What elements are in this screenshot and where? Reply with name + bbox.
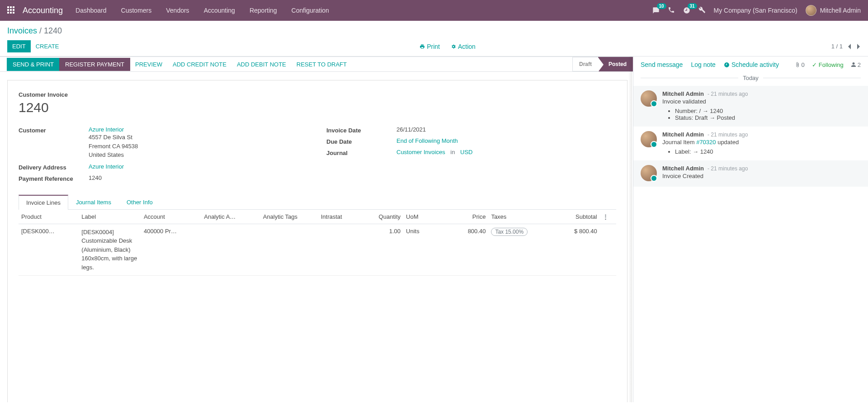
edit-button[interactable]: Edit — [7, 40, 31, 52]
message: Mitchell Admin- 21 minutes agoInvoice va… — [633, 86, 868, 127]
messages-badge: 10 — [657, 3, 666, 9]
breadcrumb-current: 1240 — [44, 26, 62, 35]
pager: 1 / 1 — [831, 43, 861, 50]
log-note-button[interactable]: Log note — [691, 61, 716, 68]
journal-link[interactable]: Customer Invoices — [396, 149, 445, 155]
activities-icon[interactable]: 31 — [683, 7, 690, 14]
status-bar: Send & Print Register Payment Preview Ad… — [0, 56, 633, 72]
preview-button[interactable]: Preview — [130, 58, 168, 71]
th-quantity[interactable]: Quantity — [358, 210, 403, 224]
breadcrumb: Invoices / 1240 — [7, 26, 861, 36]
th-analytic-acc[interactable]: Analytic A… — [201, 210, 260, 224]
tab-invoice-lines[interactable]: Invoice Lines — [19, 195, 68, 210]
avatar-icon — [641, 90, 657, 107]
message-bullet: Number: / → 1240 — [675, 108, 861, 114]
create-button[interactable]: Create — [31, 40, 64, 52]
nav-configuration[interactable]: Configuration — [292, 7, 329, 14]
message-text: Invoice validated — [662, 98, 861, 105]
th-account[interactable]: Account — [141, 210, 201, 224]
pager-text: 1 / 1 — [831, 43, 843, 50]
form-sheet: Customer Invoice 1240 Customer Azure Int… — [7, 80, 627, 402]
apps-icon[interactable] — [7, 6, 15, 14]
schedule-activity-button[interactable]: Schedule activity — [724, 61, 779, 68]
add-debit-note-button[interactable]: Add Debit Note — [231, 58, 292, 71]
message-time: - 21 minutes ago — [708, 165, 748, 172]
message-text: Journal Item #70320 updated — [662, 139, 861, 146]
cell-product: [DESK0004] … — [21, 228, 57, 235]
send-print-button[interactable]: Send & Print — [7, 58, 60, 71]
action-button[interactable]: Action — [451, 43, 476, 50]
attachments-button[interactable]: 0 — [795, 61, 805, 68]
customer-link[interactable]: Azure Interior — [89, 126, 124, 133]
th-price[interactable]: Price — [443, 210, 488, 224]
payref-value: 1240 — [89, 174, 308, 181]
avatar-icon — [641, 131, 657, 147]
nav-dashboard[interactable]: Dashboard — [75, 7, 107, 14]
status-draft[interactable]: Draft — [572, 57, 598, 71]
message-bullet: Label: → 1240 — [675, 148, 861, 155]
message-link[interactable]: #70320 — [696, 139, 716, 146]
message-bullet: Status: Draft → Posted — [675, 114, 861, 121]
app-brand[interactable]: Accounting — [23, 6, 63, 15]
th-product[interactable]: Product — [19, 210, 79, 224]
columns-menu-icon[interactable]: ⋮ — [603, 213, 609, 220]
following-button[interactable]: ✓ Following — [812, 61, 844, 68]
delivery-link[interactable]: Azure Interior — [89, 163, 124, 170]
pager-next-icon[interactable] — [856, 43, 861, 50]
reset-draft-button[interactable]: Reset to Draft — [291, 58, 352, 71]
message-author: Mitchell Admin — [662, 131, 704, 138]
label-payref: Payment Reference — [19, 174, 89, 182]
label-delivery: Delivery Address — [19, 163, 89, 171]
cell-uom: Units — [403, 224, 443, 276]
tab-journal-items[interactable]: Journal Items — [68, 195, 119, 210]
table-row[interactable]: [DESK0004] … [DESK0004] Customizable Des… — [19, 224, 616, 276]
status-posted[interactable]: Posted — [598, 57, 633, 71]
journal-in: in — [450, 149, 455, 155]
th-uom[interactable]: UoM — [403, 210, 443, 224]
breadcrumb-root[interactable]: Invoices — [7, 26, 37, 35]
invoice-date-value: 26/11/2021 — [396, 126, 616, 133]
followers-button[interactable]: 2 — [851, 61, 861, 68]
label-journal: Journal — [326, 149, 396, 156]
cell-price: 800.40 — [443, 224, 488, 276]
cell-subtotal: $ 800.40 — [547, 224, 600, 276]
form-title-label: Customer Invoice — [19, 91, 616, 98]
user-menu[interactable]: Mitchell Admin — [806, 5, 861, 16]
debug-icon[interactable] — [698, 6, 706, 15]
phone-icon[interactable] — [668, 6, 675, 15]
journal-currency[interactable]: USD — [460, 149, 472, 155]
cell-account: 400000 Prod… — [144, 228, 180, 235]
arrow-icon: → — [709, 114, 715, 121]
th-taxes[interactable]: Taxes — [488, 210, 547, 224]
message-text: Invoice Created — [662, 173, 861, 179]
register-payment-button[interactable]: Register Payment — [59, 58, 130, 71]
nav-menu: Dashboard Customers Vendors Accounting R… — [75, 7, 652, 14]
nav-reporting[interactable]: Reporting — [250, 7, 277, 14]
due-date-link[interactable]: End of Following Month — [396, 137, 458, 144]
nav-vendors[interactable]: Vendors — [166, 7, 189, 14]
th-label[interactable]: Label — [79, 210, 141, 224]
label-customer: Customer — [19, 126, 89, 134]
label-invoice-date: Invoice Date — [326, 126, 396, 134]
customer-addr1: 4557 De Silva St — [89, 133, 308, 142]
tab-other-info[interactable]: Other Info — [119, 195, 160, 210]
add-credit-note-button[interactable]: Add Credit Note — [167, 58, 232, 71]
th-subtotal[interactable]: Subtotal — [547, 210, 600, 224]
messages-icon[interactable]: 10 — [652, 7, 660, 14]
th-analytic-tags[interactable]: Analytic Tags — [260, 210, 318, 224]
send-message-button[interactable]: Send message — [641, 61, 683, 68]
print-button[interactable]: Print — [420, 43, 440, 50]
message-time: - 21 minutes ago — [708, 132, 748, 138]
company-selector[interactable]: My Company (San Francisco) — [714, 7, 797, 14]
avatar-icon — [806, 5, 816, 16]
activities-badge: 31 — [688, 3, 697, 9]
message-author: Mitchell Admin — [662, 165, 704, 172]
nav-customers[interactable]: Customers — [121, 7, 152, 14]
breadcrumb-sep: / — [39, 26, 44, 35]
customer-addr3: United States — [89, 150, 308, 160]
nav-accounting[interactable]: Accounting — [204, 7, 235, 14]
th-intrastat[interactable]: Intrastat — [318, 210, 358, 224]
avatar-icon — [641, 165, 657, 181]
message-time: - 21 minutes ago — [708, 91, 748, 97]
pager-prev-icon[interactable] — [847, 43, 852, 50]
